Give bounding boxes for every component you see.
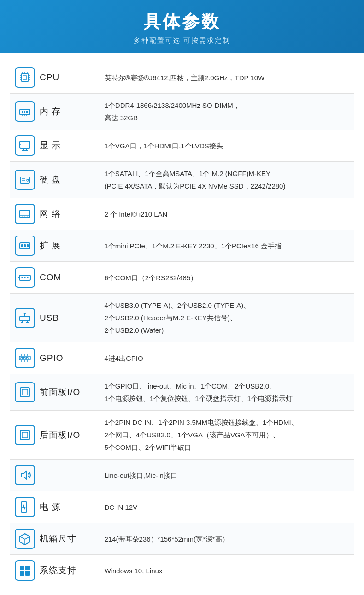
- table-row: 显 示1个VGA口，1个HDMI口,1个LVDS接头: [10, 130, 354, 162]
- cpu-icon: [15, 67, 35, 88]
- label-col-gpio: GPIO: [10, 342, 98, 374]
- label-col-os: 系统支持: [10, 555, 98, 587]
- svg-rect-0: [21, 74, 29, 81]
- table-row: 扩 展1个mini PCIe、1个M.2 E-KEY 2230、1个PCIe×1…: [10, 230, 354, 262]
- table-row: 后面板I/O1个2PIN DC IN、1个2PIN 3.5MM电源按钮接线盒、1…: [10, 411, 354, 460]
- svg-rect-21: [20, 141, 30, 148]
- svg-rect-1: [23, 76, 27, 79]
- value-col-com: 6个COM口（2个RS232/485）: [98, 262, 354, 294]
- svg-line-73: [20, 536, 25, 539]
- value-col-usb: 4个USB3.0 (TYPE-A)、2个USB2.0 (TYPE-A)、2个US…: [98, 294, 354, 342]
- svg-point-25: [20, 144, 21, 145]
- reario-icon: [15, 425, 35, 445]
- specs-table: CPU英特尔®赛扬®J6412,四核，主频2.0GHz，TDP 10W 内 存1…: [10, 62, 354, 586]
- ram-icon: [15, 101, 35, 122]
- svg-rect-66: [22, 389, 28, 395]
- label-col-expand: 扩 展: [10, 230, 98, 262]
- table-row: 内 存1个DDR4-1866/2133/2400MHz SO-DIMM，高达 3…: [10, 94, 354, 130]
- hdd-label: 硬 盘: [40, 174, 61, 186]
- svg-point-43: [22, 277, 23, 278]
- value-col-frontio: 1个GPIO口、line-out、Mic in、1个COM、2个USB2.0、1…: [98, 374, 354, 411]
- casesize-label: 机箱尺寸: [40, 533, 76, 545]
- value-col-casesize: 214(带耳朵236）*156*52mm(宽*深*高）: [98, 523, 354, 555]
- svg-marker-69: [21, 471, 27, 479]
- table-row: 电 源DC IN 12V: [10, 491, 354, 523]
- display-icon: [15, 135, 35, 156]
- label-col-net: 网 络: [10, 198, 98, 230]
- svg-rect-15: [22, 111, 23, 113]
- power-label: 电 源: [40, 501, 61, 513]
- svg-point-45: [27, 277, 29, 278]
- svg-line-74: [25, 536, 30, 539]
- label-col-frontio: 前面板I/O: [10, 374, 98, 411]
- svg-rect-36: [21, 244, 23, 247]
- page-title: 具体参数: [0, 10, 364, 34]
- hdd-icon: [15, 170, 35, 190]
- com-icon: [15, 267, 35, 288]
- svg-point-34: [27, 217, 29, 218]
- net-icon: [15, 204, 35, 224]
- expand-icon: [15, 236, 35, 256]
- value-col-display: 1个VGA口，1个HDMI口,1个LVDS接头: [98, 130, 354, 162]
- reario-label: 后面板I/O: [40, 429, 80, 441]
- label-col-cpu: CPU: [10, 62, 98, 94]
- frontio-label: 前面板I/O: [40, 386, 80, 398]
- net-label: 网 络: [40, 208, 61, 220]
- svg-rect-37: [24, 244, 26, 247]
- label-col-hdd: 硬 盘: [10, 162, 98, 198]
- svg-marker-50: [23, 313, 27, 314]
- label-col-display: 显 示: [10, 130, 98, 162]
- label-col-reario: 后面板I/O: [10, 411, 98, 460]
- svg-point-56: [21, 357, 23, 359]
- power-icon: [15, 497, 35, 517]
- value-col-cpu: 英特尔®赛扬®J6412,四核，主频2.0GHz，TDP 10W: [98, 62, 354, 94]
- value-col-power: DC IN 12V: [98, 491, 354, 523]
- value-col-ram: 1个DDR4-1866/2133/2400MHz SO-DIMM，高达 32GB: [98, 94, 354, 130]
- page-subtitle: 多种配置可选 可按需求定制: [0, 36, 364, 45]
- value-col-reario: 1个2PIN DC IN、1个2PIN 3.5MM电源按钮接线盒、1个HDMI、…: [98, 411, 354, 460]
- gpio-label: GPIO: [40, 353, 64, 363]
- svg-rect-77: [25, 566, 30, 570]
- table-row: 系统支持Windows 10, Linux: [10, 555, 354, 587]
- label-col-audio: [10, 460, 98, 491]
- svg-point-44: [24, 277, 26, 278]
- table-row: 网 络2 个 Intel® i210 LAN: [10, 198, 354, 230]
- table-row: GPIO4进4出GPIO: [10, 342, 354, 374]
- table-row: 机箱尺寸214(带耳朵236）*156*52mm(宽*深*高）: [10, 523, 354, 555]
- os-label: 系统支持: [40, 565, 76, 577]
- audio-icon: [15, 465, 35, 485]
- svg-rect-16: [24, 111, 25, 113]
- specs-table-container: CPU英特尔®赛扬®J6412,四核，主频2.0GHz，TDP 10W 内 存1…: [0, 53, 364, 595]
- label-col-usb: USB: [10, 294, 98, 342]
- display-label: 显 示: [40, 140, 61, 152]
- frontio-icon: [15, 382, 35, 402]
- table-row: 硬 盘1个SATAIII、1个全高MSATA、1个 M.2 (NGFF)M-KE…: [10, 162, 354, 198]
- svg-rect-65: [20, 388, 29, 397]
- label-col-ram: 内 存: [10, 94, 98, 130]
- svg-point-58: [26, 357, 28, 359]
- svg-point-32: [22, 217, 23, 218]
- svg-rect-48: [20, 316, 30, 321]
- svg-marker-71: [22, 504, 26, 511]
- label-col-power: 电 源: [10, 491, 98, 523]
- label-col-casesize: 机箱尺寸: [10, 523, 98, 555]
- ram-label: 内 存: [40, 106, 61, 118]
- svg-rect-38: [27, 244, 29, 247]
- value-col-expand: 1个mini PCIe、1个M.2 E-KEY 2230、1个PCIe×16 金…: [98, 230, 354, 262]
- table-row: COM6个COM口（2个RS232/485）: [10, 262, 354, 294]
- gpio-icon: [15, 348, 35, 368]
- svg-rect-68: [22, 432, 28, 438]
- svg-point-33: [24, 217, 26, 218]
- value-col-audio: Line-out接口,Mic-in接口: [98, 460, 354, 491]
- svg-rect-67: [20, 430, 29, 440]
- value-col-hdd: 1个SATAIII、1个全高MSATA、1个 M.2 (NGFF)M-KEY(P…: [98, 162, 354, 198]
- cpu-label: CPU: [40, 72, 59, 82]
- table-row: USB4个USB3.0 (TYPE-A)、2个USB2.0 (TYPE-A)、2…: [10, 294, 354, 342]
- usb-icon: [15, 308, 35, 328]
- svg-rect-78: [20, 571, 24, 576]
- value-col-os: Windows 10, Linux: [98, 555, 354, 587]
- expand-label: 扩 展: [40, 240, 61, 252]
- os-icon: [15, 560, 35, 581]
- casesize-icon: [15, 529, 35, 549]
- svg-point-57: [23, 357, 25, 359]
